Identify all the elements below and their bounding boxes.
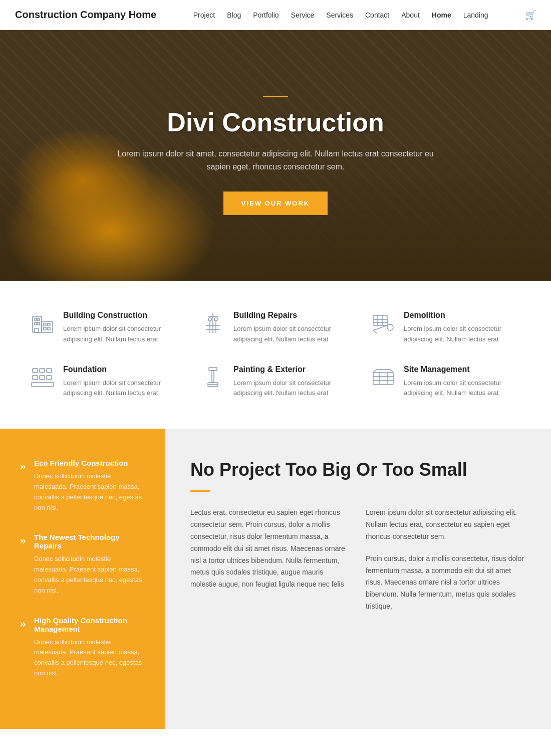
service-desc-site-management: Lorem ipsum dolor sit consectetur adipis… xyxy=(404,378,521,399)
svg-point-24 xyxy=(387,324,393,330)
service-desc-painting: Lorem ipsum dolor sit consectetur adipis… xyxy=(233,378,351,399)
info-columns: Lectus erat, consectetur eu sapien eget … xyxy=(190,507,526,612)
svg-rect-19 xyxy=(373,315,387,325)
service-item-foundation: Foundation Lorem ipsum dolor sit consect… xyxy=(30,365,180,399)
hero-cta-button[interactable]: VIEW OUR WORK xyxy=(223,192,328,215)
nav-item-landing[interactable]: Landing xyxy=(463,11,488,19)
svg-rect-1 xyxy=(35,318,37,321)
nav-item-contact[interactable]: Contact xyxy=(365,11,389,19)
feature-item-technology: » The Newest Technology Repairs Donec so… xyxy=(20,533,145,596)
svg-rect-28 xyxy=(40,368,45,372)
services-section: Building Construction Lorem ipsum dolor … xyxy=(0,281,551,429)
service-desc-building-construction: Lorem ipsum dolor sit consectetur adipis… xyxy=(63,324,180,345)
service-title-painting: Painting & Exterior xyxy=(233,365,351,374)
site-management-icon xyxy=(371,365,396,390)
feature-text-eco: Eco Friendly Construction Donec sollicit… xyxy=(34,459,145,513)
info-col2-p2: Proin cursus, dolor a mollis consectetur… xyxy=(366,553,526,613)
service-title-foundation: Foundation xyxy=(63,365,180,374)
service-text-building-repairs: Building Repairs Lorem ipsum dolor sit c… xyxy=(233,311,351,345)
service-title-building-repairs: Building Repairs xyxy=(233,311,351,320)
svg-rect-32 xyxy=(47,375,52,380)
hero-content: Divi Construction Lorem ipsum dolor sit … xyxy=(105,86,446,225)
feature-item-quality: » High Quality Construction Management D… xyxy=(20,616,145,679)
nav-item-services[interactable]: Services xyxy=(326,11,353,19)
svg-rect-0 xyxy=(33,316,42,332)
service-title-building-construction: Building Construction xyxy=(63,311,180,320)
hero-title: Divi Construction xyxy=(115,107,436,137)
painting-icon xyxy=(200,365,225,390)
navigation: Construction Company Home Project Blog P… xyxy=(0,0,551,30)
info-heading: No Project Too Big Or Too Small xyxy=(190,459,526,480)
svg-rect-34 xyxy=(209,367,217,370)
foundation-icon xyxy=(30,365,55,390)
feature-item-eco: » Eco Friendly Construction Donec sollic… xyxy=(20,459,145,513)
service-text-site-management: Site Management Lorem ipsum dolor sit co… xyxy=(404,365,521,399)
chevron-double-right-icon-2: » xyxy=(20,534,26,546)
svg-rect-5 xyxy=(35,328,39,332)
demolition-icon xyxy=(371,311,396,336)
info-panel: No Project Too Big Or Too Small Lectus e… xyxy=(165,429,551,729)
feature-title-eco: Eco Friendly Construction xyxy=(34,459,145,467)
svg-rect-2 xyxy=(38,318,40,321)
info-accent-line xyxy=(190,490,210,492)
site-logo[interactable]: Construction Company Home xyxy=(15,9,156,21)
hero-accent-line xyxy=(263,96,288,97)
chevron-double-right-icon-3: » xyxy=(20,617,26,629)
svg-point-14 xyxy=(214,318,217,321)
svg-point-13 xyxy=(208,318,211,321)
services-grid: Building Construction Lorem ipsum dolor … xyxy=(30,311,521,399)
svg-rect-27 xyxy=(33,368,38,372)
feature-title-quality: High Quality Construction Management xyxy=(34,616,145,633)
service-desc-building-repairs: Lorem ipsum dolor sit consectetur adipis… xyxy=(233,324,351,345)
building-repairs-icon xyxy=(200,311,225,336)
service-item-building-repairs: Building Repairs Lorem ipsum dolor sit c… xyxy=(200,311,351,345)
nav-item-home[interactable]: Home xyxy=(432,11,451,19)
feature-title-technology: The Newest Technology Repairs xyxy=(34,533,145,550)
service-item-painting: Painting & Exterior Lorem ipsum dolor si… xyxy=(200,365,351,399)
building-construction-icon xyxy=(30,311,55,336)
svg-line-45 xyxy=(390,369,393,372)
svg-rect-4 xyxy=(38,322,40,325)
nav-item-portfolio[interactable]: Portfolio xyxy=(253,11,279,19)
svg-rect-38 xyxy=(373,372,393,385)
service-item-demolition: Demolition Lorem ipsum dolor sit consect… xyxy=(371,311,521,345)
feature-text-quality: High Quality Construction Management Don… xyxy=(34,616,145,679)
service-item-building-construction: Building Construction Lorem ipsum dolor … xyxy=(30,311,180,345)
features-panel: » Eco Friendly Construction Donec sollic… xyxy=(0,429,165,729)
hero-subtitle: Lorem ipsum dolor sit amet, consectetur … xyxy=(115,147,436,173)
info-col-1: Lectus erat, consectetur eu sapien eget … xyxy=(190,507,351,612)
svg-line-25 xyxy=(373,325,387,330)
service-title-site-management: Site Management xyxy=(404,365,521,374)
chevron-double-right-icon-1: » xyxy=(20,460,26,472)
nav-item-about[interactable]: About xyxy=(401,11,420,19)
cart-icon[interactable]: 🛒 xyxy=(525,10,536,21)
feature-text-technology: The Newest Technology Repairs Donec soll… xyxy=(34,533,145,596)
service-text-painting: Painting & Exterior Lorem ipsum dolor si… xyxy=(233,365,351,399)
split-section: » Eco Friendly Construction Donec sollic… xyxy=(0,429,551,729)
service-text-demolition: Demolition Lorem ipsum dolor sit consect… xyxy=(404,311,521,345)
feature-desc-technology: Donec sollicitudin molestie malesuada. P… xyxy=(34,554,145,596)
svg-rect-31 xyxy=(40,375,45,380)
nav-links: Project Blog Portfolio Service Services … xyxy=(193,11,488,20)
nav-item-project[interactable]: Project xyxy=(193,11,215,19)
svg-rect-29 xyxy=(47,368,52,372)
svg-rect-9 xyxy=(44,327,46,330)
info-col2-p1: Lorem ipsum dolor sit consectetur adipis… xyxy=(366,507,526,542)
service-desc-demolition: Lorem ipsum dolor sit consectetur adipis… xyxy=(404,324,521,345)
svg-rect-30 xyxy=(33,375,38,380)
svg-line-44 xyxy=(373,369,376,372)
service-text-building-construction: Building Construction Lorem ipsum dolor … xyxy=(63,311,180,345)
svg-rect-33 xyxy=(32,383,54,387)
svg-rect-35 xyxy=(212,370,214,383)
svg-line-26 xyxy=(373,330,377,333)
nav-item-blog[interactable]: Blog xyxy=(227,11,241,19)
service-item-site-management: Site Management Lorem ipsum dolor sit co… xyxy=(371,365,521,399)
info-col1-p1: Lectus erat, consectetur eu sapien eget … xyxy=(190,507,351,591)
service-desc-foundation: Lorem ipsum dolor sit consectetur adipis… xyxy=(63,378,180,399)
svg-rect-3 xyxy=(35,322,37,325)
feature-desc-quality: Donec sollicitudin molestie malesuada. P… xyxy=(34,637,145,679)
service-text-foundation: Foundation Lorem ipsum dolor sit consect… xyxy=(63,365,180,399)
nav-item-service[interactable]: Service xyxy=(291,11,315,19)
feature-desc-eco: Donec sollicitudin molestie malesuada. P… xyxy=(34,471,145,513)
svg-rect-10 xyxy=(48,327,50,330)
